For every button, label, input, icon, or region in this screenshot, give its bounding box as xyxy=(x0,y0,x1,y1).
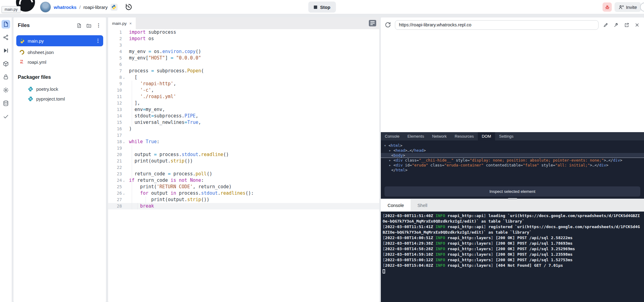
file-row-pyproject.toml[interactable]: pyproject.toml xyxy=(16,94,103,103)
devtools-tab-resources[interactable]: Resources xyxy=(451,132,478,140)
indent-guide xyxy=(132,197,132,203)
indent-guide xyxy=(132,177,132,184)
line-number[interactable]: 14 xyxy=(108,113,122,119)
line-number[interactable]: 3 xyxy=(108,42,122,48)
file-menu-kebab-icon[interactable]: ⋮ xyxy=(96,38,100,43)
run-console-icon[interactable] xyxy=(2,46,10,55)
code-line: 25 print('RETURN CODE', return_code) xyxy=(108,184,379,190)
stop-button-label: Stop xyxy=(320,5,330,10)
line-number[interactable]: 8 xyxy=(108,74,122,81)
code-line: 3 xyxy=(108,42,379,48)
files-icon[interactable] xyxy=(2,20,10,29)
line-number[interactable]: 15 xyxy=(108,119,122,126)
open-external-icon[interactable] xyxy=(623,21,630,28)
line-number[interactable]: 23 xyxy=(108,171,122,177)
dom-node-row[interactable]: <body> xyxy=(381,153,644,158)
url-input[interactable] xyxy=(395,20,599,30)
file-row-ohsheet.json[interactable]: ohsheet.json xyxy=(16,48,103,57)
line-number[interactable]: 7 xyxy=(108,68,122,74)
code-line: 18⌄while True: xyxy=(108,139,379,145)
close-webview-icon[interactable] xyxy=(634,21,640,28)
line-number[interactable]: 16 xyxy=(108,126,122,132)
line-number[interactable]: 27 xyxy=(108,197,122,203)
devtools-tab-elements[interactable]: Elements xyxy=(404,132,428,140)
file-row-main.py[interactable]: main.py⋮ xyxy=(16,35,103,46)
stop-button[interactable]: Stop xyxy=(308,2,336,13)
line-number[interactable]: 20 xyxy=(108,151,122,158)
devtools-tab-network[interactable]: Network xyxy=(428,132,451,140)
devtools-tab-settings[interactable]: Settings xyxy=(495,132,517,140)
new-folder-icon[interactable] xyxy=(85,22,92,29)
line-number[interactable]: 19 xyxy=(108,145,122,151)
line-number[interactable]: 2 xyxy=(108,36,122,42)
line-number[interactable]: 10 xyxy=(108,87,122,94)
code-area[interactable]: 1import subprocess2import os34my_env = o… xyxy=(108,29,379,209)
line-number[interactable]: 25 xyxy=(108,184,122,190)
line-number[interactable]: 21 xyxy=(108,158,122,164)
breadcrumb-username[interactable]: whatrocks xyxy=(54,5,76,10)
code-line: 9 'roapi-http', xyxy=(108,81,379,87)
settings-gear-icon[interactable] xyxy=(2,86,10,94)
invite-button[interactable]: Invite xyxy=(615,2,641,12)
devtools-tab-console[interactable]: Console xyxy=(381,132,404,140)
line-number[interactable]: 12 xyxy=(108,100,122,106)
packages-icon[interactable] xyxy=(2,59,10,68)
code-line: 28 break xyxy=(108,203,379,209)
database-icon[interactable] xyxy=(2,99,10,108)
close-tab-icon[interactable]: × xyxy=(129,21,132,26)
edit-pencil-icon[interactable] xyxy=(602,21,609,28)
fold-chevron-icon[interactable]: ⌄ xyxy=(123,177,125,184)
breadcrumb-repl-name[interactable]: roapi-library xyxy=(83,5,107,10)
code-line: 23 return_code = process.poll() xyxy=(108,171,379,177)
devtools-wrench-icon[interactable] xyxy=(613,21,619,28)
console-output[interactable]: [2022-03-08T11:51:40Z INFO roapi_http::a… xyxy=(381,212,644,302)
indent-guide xyxy=(132,100,132,106)
user-avatar[interactable] xyxy=(40,2,51,13)
devtools-tab-dom[interactable]: DOM xyxy=(478,132,495,140)
line-number[interactable]: 17 xyxy=(108,132,122,139)
line-number[interactable]: 9 xyxy=(108,81,122,87)
line-number[interactable]: 4 xyxy=(108,48,122,55)
console-pane-tab-shell[interactable]: Shell xyxy=(411,199,434,212)
line-number[interactable]: 6 xyxy=(108,61,122,68)
refresh-icon[interactable] xyxy=(384,21,391,28)
fold-chevron-icon[interactable]: ⌄ xyxy=(123,190,125,197)
line-number[interactable]: 22 xyxy=(108,164,122,171)
browser-url-bar xyxy=(381,17,644,32)
console-pane: ConsoleShell [2022-03-08T11:51:40Z INFO … xyxy=(381,199,644,302)
report-bug-button[interactable] xyxy=(603,2,612,12)
editor-tab-main-py[interactable]: main.py × xyxy=(108,17,136,29)
dom-node-row[interactable]: ▸ <div class="__chii-hide__" style="disp… xyxy=(381,158,644,163)
dom-node-row[interactable]: ▸ <head>…</head> xyxy=(381,148,644,153)
new-file-icon[interactable] xyxy=(75,22,83,29)
fold-chevron-icon[interactable]: ⌄ xyxy=(123,74,125,81)
line-number[interactable]: 13 xyxy=(108,106,122,113)
line-number[interactable]: 1 xyxy=(108,29,122,36)
dom-node-row[interactable]: ▾ <html> xyxy=(381,143,644,148)
version-control-icon[interactable] xyxy=(2,33,10,42)
fold-chevron-icon[interactable]: ⌄ xyxy=(123,139,125,145)
history-icon[interactable] xyxy=(125,3,133,11)
line-number[interactable]: 24 xyxy=(108,177,122,184)
dom-node-row[interactable]: </html> xyxy=(381,168,644,173)
line-number[interactable]: 18 xyxy=(108,139,122,145)
code-editor-pane[interactable]: main.py × 1import subprocess2import os34… xyxy=(108,17,379,302)
line-number[interactable]: 11 xyxy=(108,94,122,100)
file-row-poetry.lock[interactable]: poetry.lock xyxy=(16,84,103,94)
webview-content[interactable] xyxy=(381,32,644,132)
dom-node-row[interactable]: ▸ <div id="eruda" class="eruda-container… xyxy=(381,163,644,168)
inspect-element-button[interactable]: Inspect selected element xyxy=(384,186,640,197)
console-log-line: [2022-03-08T15:00:12Z INFO roapi_http::l… xyxy=(383,257,642,263)
files-menu-kebab-icon[interactable]: ⋮ xyxy=(95,22,102,29)
editor-layout-icon[interactable] xyxy=(369,20,376,26)
line-number[interactable]: 28 xyxy=(108,203,122,209)
person-plus-icon xyxy=(619,5,624,10)
code-line: 17 xyxy=(108,132,379,139)
secrets-lock-icon[interactable] xyxy=(2,73,10,81)
checklist-icon[interactable] xyxy=(2,112,10,121)
line-number[interactable]: 26 xyxy=(108,190,122,197)
file-row-roapi.yml[interactable]: YAMLroapi.yml xyxy=(16,57,103,67)
pane-drag-handle[interactable] xyxy=(508,198,517,199)
console-pane-tab-console[interactable]: Console xyxy=(381,199,411,212)
line-number[interactable]: 5 xyxy=(108,55,122,61)
